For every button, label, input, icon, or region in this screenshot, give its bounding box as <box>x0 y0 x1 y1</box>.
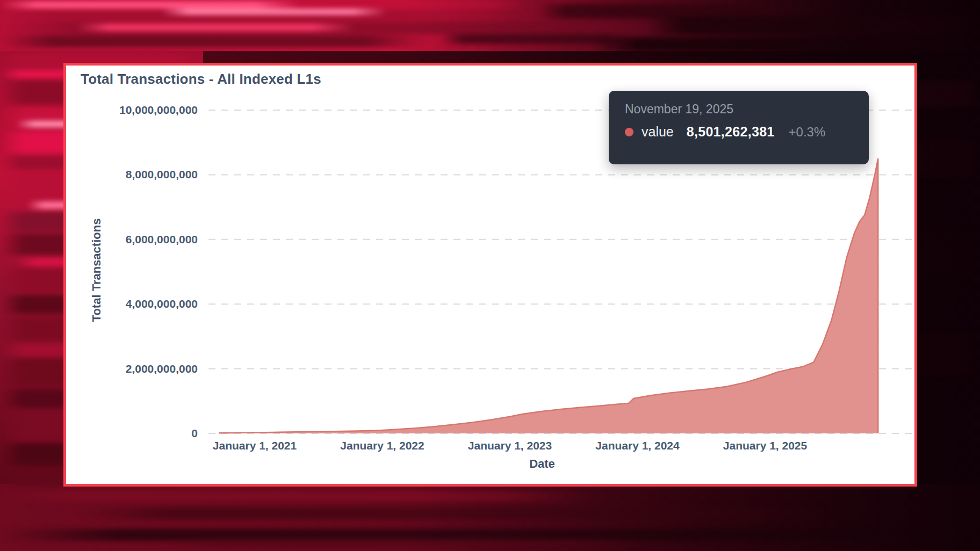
y-tick-label: 2,000,000,000 <box>73 363 198 375</box>
tooltip-date: November 19, 2025 <box>625 102 853 117</box>
y-tick-label: 0 <box>73 427 198 440</box>
x-tick-label: January 1, 2021 <box>213 439 297 452</box>
area-fill <box>219 158 878 433</box>
tooltip-change: +0.3% <box>789 125 826 140</box>
y-tick-label: 8,000,000,000 <box>73 168 198 181</box>
x-tick-label: January 1, 2023 <box>468 439 552 452</box>
chart-tooltip: November 19, 2025 value 8,501,262,381 +0… <box>609 91 869 164</box>
x-tick-label: January 1, 2025 <box>723 439 807 452</box>
x-axis-title: Date <box>529 457 555 471</box>
tooltip-series-name: value <box>642 124 674 140</box>
chart-title: Total Transactions - All Indexed L1s <box>81 71 321 88</box>
tooltip-value: 8,501,262,381 <box>687 124 775 140</box>
x-tick-label: January 1, 2024 <box>595 439 679 452</box>
series-dot-icon <box>625 128 633 136</box>
y-tick-label: 4,000,000,000 <box>73 298 198 310</box>
x-tick-label: January 1, 2022 <box>340 439 424 452</box>
tooltip-value-row: value 8,501,262,381 +0.3% <box>625 124 853 140</box>
chart-card: Total Transactions - All Indexed L1s Tot… <box>63 63 917 487</box>
y-tick-label: 10,000,000,000 <box>73 104 198 117</box>
y-tick-label: 6,000,000,000 <box>73 233 198 246</box>
